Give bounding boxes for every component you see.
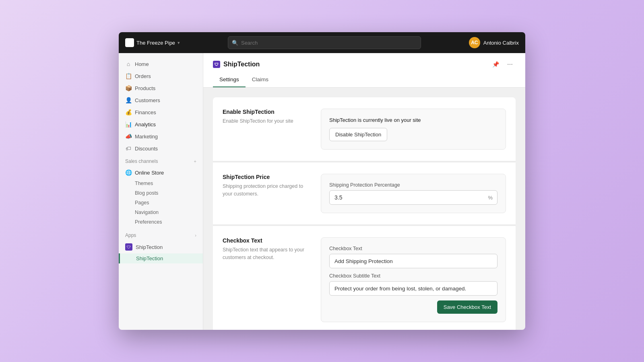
- enable-section-left: Enable ShipTection Enable ShipTection fo…: [223, 109, 311, 150]
- discounts-icon: 🏷: [125, 145, 132, 152]
- pin-button[interactable]: 📌: [490, 59, 501, 70]
- enable-status-text: ShipTection is currently live on your si…: [329, 117, 497, 123]
- sidebar-sub-navigation[interactable]: Navigation: [119, 208, 203, 217]
- more-icon: ⋯: [507, 61, 513, 68]
- enable-desc: Enable ShipTection for your site: [223, 117, 311, 125]
- app-title-icon: 🛡: [213, 61, 220, 68]
- save-checkbox-text-button[interactable]: Save Checkbox Text: [437, 300, 497, 314]
- apps-section-header[interactable]: Apps ›: [119, 228, 203, 241]
- sales-channels-label: Sales channels: [125, 158, 158, 164]
- search-bar: 🔍: [228, 36, 421, 49]
- sidebar-item-label: Finances: [135, 109, 156, 115]
- sidebar-item-label: Orders: [135, 73, 151, 79]
- sidebar-app-shiptection[interactable]: 🛡 ShipTection: [119, 241, 203, 253]
- store-name-label: The Freeze Pipe: [136, 40, 175, 46]
- app-title-text: ShipTection: [223, 61, 260, 68]
- top-navigation-bar: 🛍 The Freeze Pipe ▾ 🔍 AC Antonio Calbrix: [119, 32, 525, 53]
- sidebar-app-shiptection-sub[interactable]: ShipTection: [119, 253, 203, 263]
- section-divider-2: [213, 225, 516, 226]
- sidebar-item-online-store[interactable]: 🌐 Online Store: [119, 167, 203, 179]
- checkbox-desc: ShipTection text that appears to your cu…: [223, 246, 311, 261]
- content-header: 🛡 ShipTection 📌 ⋯ Settings: [203, 53, 525, 88]
- sidebar-item-home[interactable]: ⌂ Home: [119, 58, 203, 70]
- app-title: 🛡 ShipTection: [213, 61, 260, 68]
- apps-label: Apps: [125, 232, 136, 238]
- sales-channels-arrow: +: [194, 159, 196, 164]
- price-section-left: ShipTection Price Shipping protection pr…: [223, 174, 311, 213]
- sidebar-item-label: Home: [135, 61, 149, 67]
- price-field-label: Shipping Protection Percentage: [329, 182, 497, 188]
- checkbox-text-label: Checkbox Text: [329, 246, 497, 251]
- shiptection-app-icon: 🛡: [125, 243, 132, 251]
- sidebar-item-label: Online Store: [135, 170, 164, 176]
- sidebar-sub-blog-posts[interactable]: Blog posts: [119, 188, 203, 198]
- header-actions: 📌 ⋯: [490, 59, 516, 70]
- avatar: AC: [469, 37, 480, 48]
- checkbox-subtitle-input[interactable]: [329, 281, 497, 296]
- checkbox-title: Checkbox Text: [223, 237, 311, 244]
- products-icon: 📦: [125, 85, 132, 91]
- content-header-top: 🛡 ShipTection 📌 ⋯: [213, 53, 516, 70]
- price-title: ShipTection Price: [223, 174, 311, 180]
- sidebar-item-label: Marketing: [135, 134, 158, 140]
- sidebar-item-analytics[interactable]: 📊 Analytics: [119, 118, 203, 130]
- sidebar-item-marketing[interactable]: 📣 Marketing: [119, 130, 203, 142]
- search-icon: 🔍: [232, 40, 238, 46]
- apps-arrow: ›: [195, 233, 196, 238]
- sidebar-item-label: Analytics: [135, 121, 156, 128]
- store-name-area[interactable]: 🛍 The Freeze Pipe ▾: [125, 38, 180, 47]
- sidebar-sub-preferences[interactable]: Preferences: [119, 217, 203, 227]
- search-input[interactable]: [228, 36, 421, 49]
- content-body: Enable ShipTection Enable ShipTection fo…: [203, 88, 525, 330]
- apps-section: Apps › 🛡 ShipTection ShipTection: [119, 228, 203, 263]
- sidebar-item-orders[interactable]: 📋 Orders: [119, 70, 203, 82]
- enable-section: Enable ShipTection Enable ShipTection fo…: [213, 97, 516, 161]
- sidebar-item-label: Products: [135, 85, 155, 91]
- checkbox-section-left: Checkbox Text ShipTection text that appe…: [223, 237, 311, 322]
- sidebar-item-label: Discounts: [135, 146, 158, 152]
- store-chevron-icon: ▾: [178, 40, 180, 45]
- sidebar-sub-themes[interactable]: Themes: [119, 179, 203, 188]
- sidebar-item-discounts[interactable]: 🏷 Discounts: [119, 142, 203, 154]
- user-name: Antonio Calbrix: [483, 40, 519, 46]
- customers-icon: 👤: [125, 97, 132, 103]
- price-section: ShipTection Price Shipping protection pr…: [213, 162, 516, 225]
- sales-channels-header[interactable]: Sales channels +: [119, 154, 203, 167]
- checkbox-section-right: Checkbox Text Checkbox Subtitle Text Sav…: [321, 237, 506, 322]
- analytics-icon: 📊: [125, 121, 132, 128]
- percentage-input[interactable]: [329, 190, 497, 205]
- percent-symbol: %: [488, 195, 493, 201]
- sidebar-item-products[interactable]: 📦 Products: [119, 82, 203, 94]
- tabs: Settings Claims: [213, 73, 516, 87]
- section-divider-1: [213, 162, 516, 162]
- enable-title: Enable ShipTection: [223, 109, 311, 115]
- user-area[interactable]: AC Antonio Calbrix: [469, 37, 519, 48]
- marketing-icon: 📣: [125, 133, 132, 140]
- sidebar-app-label: ShipTection: [136, 244, 163, 250]
- checkbox-subtitle-label: Checkbox Subtitle Text: [329, 273, 497, 279]
- main-layout: ⌂ Home 📋 Orders 📦 Products 👤 Customers 💰…: [119, 53, 525, 330]
- pin-icon: 📌: [492, 61, 499, 68]
- sidebar-sub-pages[interactable]: Pages: [119, 198, 203, 208]
- store-icon: 🛍: [125, 38, 134, 47]
- more-button[interactable]: ⋯: [504, 59, 516, 70]
- sidebar-item-customers[interactable]: 👤 Customers: [119, 94, 203, 106]
- sidebar-item-finances[interactable]: 💰 Finances: [119, 106, 203, 118]
- percentage-input-wrapper: %: [329, 190, 497, 205]
- online-store-icon: 🌐: [125, 169, 132, 176]
- orders-icon: 📋: [125, 73, 132, 79]
- tab-claims[interactable]: Claims: [246, 73, 275, 87]
- price-desc: Shipping protection price charged to you…: [223, 183, 311, 198]
- tab-settings[interactable]: Settings: [213, 73, 246, 87]
- disable-shiptection-button[interactable]: Disable ShipTection: [329, 128, 387, 141]
- sidebar: ⌂ Home 📋 Orders 📦 Products 👤 Customers 💰…: [119, 53, 203, 330]
- home-icon: ⌂: [125, 61, 132, 67]
- sidebar-item-label: Customers: [135, 97, 160, 103]
- finances-icon: 💰: [125, 109, 132, 115]
- enable-section-right: ShipTection is currently live on your si…: [321, 109, 506, 150]
- checkbox-text-input[interactable]: [329, 254, 497, 268]
- content-area: 🛡 ShipTection 📌 ⋯ Settings: [203, 53, 525, 330]
- checkbox-section: Checkbox Text ShipTection text that appe…: [213, 226, 516, 330]
- price-section-right: Shipping Protection Percentage %: [321, 174, 506, 213]
